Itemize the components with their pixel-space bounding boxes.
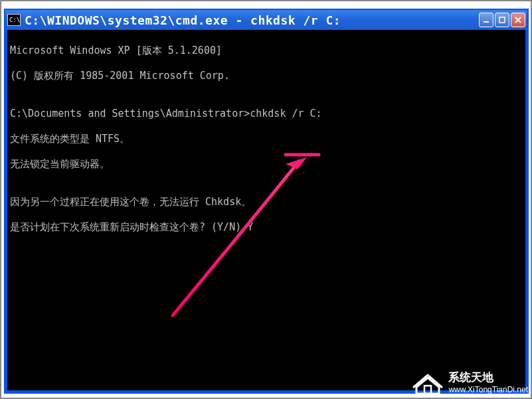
console-line: 因为另一个过程正在使用这个卷，无法运行 Chkdsk。 [10,196,523,208]
titlebar[interactable]: C:\ C:\WINDOWS\system32\cmd.exe - chkdsk… [5,10,527,30]
titlebar-buttons [479,13,525,27]
watermark-text: 系统天地 www.XiTongTianDi.net [448,370,528,394]
command-line: C:\Documents and Settings\Administrator>… [10,108,523,120]
command-text: chkdsk /r C: [250,108,321,120]
watermark: 系统天地 www.XiTongTianDi.net [411,368,528,395]
cmd-window: C:\ C:\WINDOWS\system32\cmd.exe - chkdsk… [4,9,529,394]
svg-rect-2 [424,386,431,394]
window-icon: C:\ [7,14,21,26]
console-line: 无法锁定当前驱动器。 [10,158,523,171]
minimize-button[interactable] [479,13,493,27]
confirm-line: 是否计划在下次系统重新启动时检查这个卷? (Y/N) Y [10,221,523,234]
prompt: C:\Documents and Settings\Administrator> [10,108,250,120]
watermark-url: www.XiTongTianDi.net [448,385,528,394]
user-input: Y [247,221,253,234]
console-area[interactable]: Microsoft Windows XP [版本 5.1.2600] (C) 版… [7,30,525,390]
svg-rect-0 [484,21,489,23]
maximize-button[interactable] [495,13,509,27]
console-line: 文件系统的类型是 NTFS。 [10,133,523,145]
watermark-title: 系统天地 [448,370,528,385]
confirm-prompt: 是否计划在下次系统重新启动时检查这个卷? (Y/N) [10,221,247,234]
svg-rect-1 [499,17,505,23]
watermark-logo-icon [411,368,444,395]
console-line: Microsoft Windows XP [版本 5.1.2600] [10,44,523,57]
window-icon-text: C:\ [9,17,20,23]
console-line: (C) 版权所有 1985-2001 Microsoft Corp. [10,70,523,82]
window-title: C:\WINDOWS\system32\cmd.exe - chkdsk /r … [25,13,479,27]
close-button[interactable] [511,13,525,27]
